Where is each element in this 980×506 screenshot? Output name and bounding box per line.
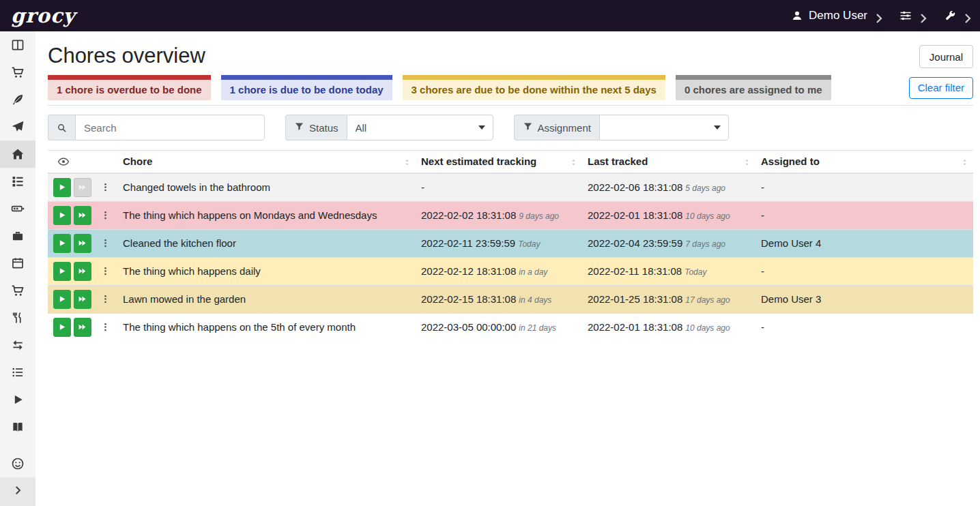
column-header-assigned-to[interactable]: Assigned to (755, 151, 973, 173)
eye-icon (57, 155, 70, 168)
filter-icon (294, 121, 304, 134)
column-header-actions (48, 151, 117, 173)
sidebar-item-recipes[interactable] (0, 86, 35, 113)
filter-icon (523, 121, 533, 134)
banner-overdue-text: 1 chore is overdue to be done (57, 84, 202, 95)
search-group (48, 115, 265, 140)
journal-button[interactable]: Journal (919, 45, 973, 68)
grocy-logo[interactable]: grocy (11, 6, 75, 26)
table-row: Changed towels in the bathroom - 2022-02… (48, 173, 973, 202)
chore-name-cell: The thing which happens on Mondays and W… (117, 201, 416, 229)
page-header: Chores overview Journal (48, 38, 973, 75)
table-header-row: Chore Next estimated tracking Last track… (48, 151, 973, 173)
search-input[interactable] (75, 115, 265, 140)
top-navbar: grocy Demo User (0, 0, 980, 31)
clear-filter-button[interactable]: Clear filter (909, 77, 973, 99)
assignment-filter-label: Assignment (514, 115, 599, 140)
banner-due-today[interactable]: 1 chore is due to be done today (221, 75, 392, 100)
track-chore-button[interactable] (53, 290, 71, 309)
play-icon (57, 183, 66, 192)
table-row: Cleaned the kitchen floor 2022-02-11 23:… (48, 229, 973, 257)
sidebar-item-purchase[interactable] (0, 277, 35, 304)
ellipsis-vertical-icon (100, 266, 111, 276)
row-menu-button[interactable] (100, 290, 112, 309)
table-row: The thing which happens on the 5th of ev… (48, 313, 973, 341)
smiley-icon (11, 457, 25, 471)
skip-chore-button[interactable] (74, 234, 91, 253)
column-header-next-tracking[interactable]: Next estimated tracking (416, 151, 582, 173)
list-icon (11, 366, 25, 379)
assigned-to-cell: - (755, 173, 973, 202)
sidebar-expand-toggle[interactable] (0, 477, 35, 506)
skip-chore-button[interactable] (74, 262, 91, 281)
chore-name-cell: The thing which happens on the 5th of ev… (117, 313, 416, 341)
next-tracking-cell: 2022-03-05 00:00:00in 21 days (416, 313, 582, 341)
sidebar-item-calendar[interactable] (0, 250, 35, 277)
ellipsis-vertical-icon (100, 238, 111, 248)
tasks-icon (11, 175, 25, 188)
skip-chore-button[interactable] (74, 318, 91, 337)
book-icon (11, 420, 25, 434)
sidebar-item-chore-tracking[interactable] (0, 386, 35, 413)
sidebar (0, 31, 35, 506)
sidebar-item-battery-tracking[interactable] (0, 413, 35, 441)
table-row: The thing which happens daily 2022-02-12… (48, 257, 973, 285)
row-menu-button[interactable] (100, 206, 112, 225)
chore-name-cell: The thing which happens daily (117, 257, 416, 285)
paper-plane-icon (11, 120, 25, 134)
sidebar-item-chores-overview[interactable] (0, 140, 35, 168)
column-header-chore[interactable]: Chore (117, 151, 416, 173)
sort-icon (960, 157, 969, 166)
sidebar-item-stock-overview[interactable] (0, 31, 35, 59)
status-label-text: Status (309, 122, 338, 134)
row-menu-button[interactable] (100, 234, 112, 253)
sidebar-item-consume[interactable] (0, 304, 35, 331)
track-chore-button[interactable] (53, 178, 71, 197)
sidebar-item-batteries[interactable] (0, 195, 35, 222)
banner-due-soon-text: 3 chores are due to be done within the n… (412, 84, 657, 95)
next-tracking-cell: 2022-02-11 23:59:59Today (416, 229, 582, 257)
row-menu-button[interactable] (100, 178, 112, 197)
sidebar-item-inventory[interactable] (0, 359, 35, 386)
admin-menu[interactable] (944, 10, 969, 22)
sidebar-item-tasks[interactable] (0, 168, 35, 195)
skip-chore-button[interactable] (74, 206, 91, 225)
user-name: Demo User (809, 9, 867, 23)
home-icon (11, 147, 25, 161)
column-header-assigned-text: Assigned to (761, 155, 820, 167)
settings-menu[interactable] (899, 10, 925, 22)
skip-chore-button[interactable] (74, 290, 91, 309)
play-icon (57, 211, 66, 220)
user-menu[interactable]: Demo User (791, 9, 880, 23)
table-row: The thing which happens on Mondays and W… (48, 201, 973, 229)
track-chore-button[interactable] (53, 318, 71, 337)
search-icon (48, 115, 75, 140)
sidebar-item-shopping-list[interactable] (0, 59, 35, 86)
column-header-last-tracked[interactable]: Last tracked (582, 151, 755, 173)
assigned-to-cell: Demo User 4 (755, 229, 973, 257)
sort-icon (569, 157, 578, 166)
status-select[interactable]: All (347, 115, 493, 140)
track-chore-button[interactable] (53, 262, 71, 281)
sidebar-item-user-settings[interactable] (0, 450, 35, 477)
track-chore-button[interactable] (53, 206, 71, 225)
sidebar-item-equipment[interactable] (0, 222, 35, 250)
fast-forward-icon (78, 323, 87, 331)
sidebar-item-transfer[interactable] (0, 331, 35, 359)
status-banners: 1 chore is overdue to be done 1 chore is… (48, 75, 973, 106)
track-chore-button[interactable] (53, 234, 71, 253)
row-menu-button[interactable] (100, 262, 112, 281)
sidebar-spacer (0, 441, 35, 450)
assignment-select[interactable] (599, 115, 729, 140)
assigned-to-cell: - (755, 257, 973, 285)
banner-overdue[interactable]: 1 chore is overdue to be done (48, 75, 211, 100)
status-filter-label: Status (285, 115, 347, 140)
banner-assigned-to-me[interactable]: 0 chores are assigned to me (676, 75, 831, 100)
banner-due-soon[interactable]: 3 chores are due to be done within the n… (403, 75, 665, 100)
sidebar-item-meal-plan[interactable] (0, 113, 35, 140)
page-title: Chores overview (48, 44, 205, 68)
row-menu-button[interactable] (100, 318, 112, 337)
fast-forward-icon (78, 211, 87, 220)
chevron-right-icon (962, 12, 969, 20)
sort-icon (403, 157, 412, 166)
